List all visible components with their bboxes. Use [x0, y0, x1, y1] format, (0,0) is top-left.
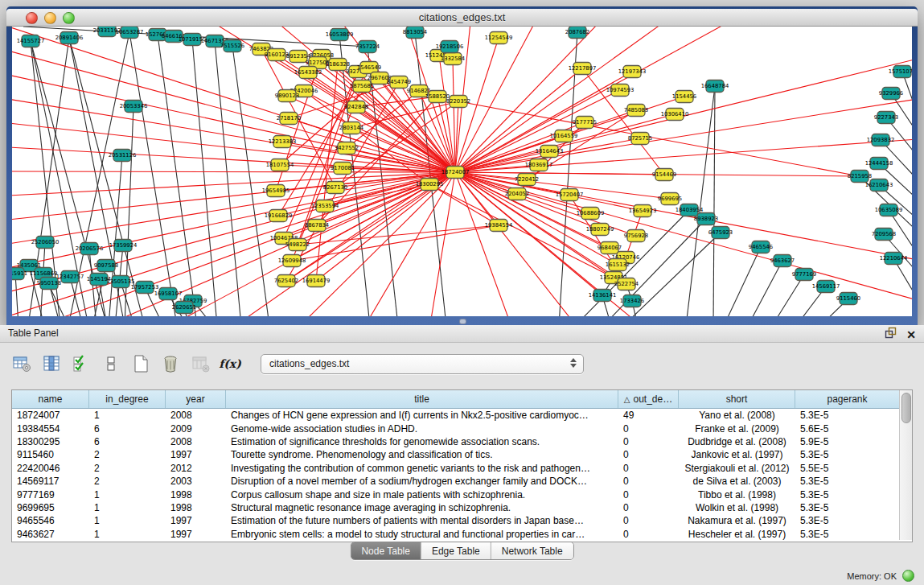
graph-node-label: 1332584 [441, 56, 465, 62]
table-cell: 9777169 [12, 489, 89, 501]
graph-edge[interactable] [724, 247, 761, 316]
float-panel-icon[interactable] [885, 327, 897, 342]
graph-node-label: 8938923 [694, 216, 718, 222]
tab-network-table[interactable]: Network Table [491, 542, 573, 559]
graph-edge[interactable] [366, 172, 455, 316]
table-row[interactable]: 2242004622012Investigating the contribut… [12, 462, 900, 475]
column-header-short[interactable]: short [679, 390, 795, 408]
graph-node-label: 2522754 [614, 281, 639, 287]
graph-edge[interactable] [12, 171, 455, 172]
table-cell: Yano et al. (2008) [679, 410, 795, 421]
window-titlebar[interactable]: citations_edges.txt [6, 9, 918, 27]
column-header-pagerank[interactable]: pagerank [795, 390, 900, 408]
panel-title: Table Panel [8, 328, 59, 339]
table-cell: Estimation of significance thresholds fo… [226, 436, 618, 447]
table-scrollbar[interactable] [899, 390, 912, 540]
table-cell: Genome-wide association studies in ADHD. [226, 423, 618, 435]
network-canvas[interactable]: 1872400718300295746382291601238912354822… [12, 27, 912, 316]
table-row[interactable]: 946554611997Estimation of the future num… [12, 514, 900, 527]
tab-edge-table[interactable]: Edge Table [421, 542, 491, 559]
function-fx-icon[interactable]: f(x) [220, 353, 240, 374]
graph-node-label: 7220412 [515, 176, 539, 183]
table-cell: 6 [89, 423, 166, 435]
graph-node-label: 9242848 [344, 104, 368, 110]
graph-edge[interactable] [748, 261, 782, 316]
resize-grip[interactable] [460, 319, 466, 323]
graph-node-label: 20206576 [76, 245, 104, 252]
table-row[interactable]: 911546021997Tourette syndrome. Phenomeno… [12, 448, 900, 461]
new-file-icon[interactable] [130, 353, 151, 374]
table-row[interactable]: 1938455462009Genome-wide association stu… [12, 422, 900, 435]
column-header-name[interactable]: name [12, 390, 89, 408]
tab-node-table[interactable]: Node Table [351, 542, 421, 559]
graph-node-label: 20053346 [120, 103, 148, 109]
graph-edge[interactable] [455, 101, 458, 172]
graph-edge[interactable] [12, 172, 455, 196]
table-cell: 0 [618, 476, 679, 487]
memory-status-icon[interactable] [902, 570, 914, 582]
table-row[interactable]: 977716911998Corpus callosum shape and si… [12, 488, 900, 501]
table-cell: 5.9E-5 [795, 436, 900, 447]
table-settings-icon[interactable] [11, 353, 32, 374]
graph-node-label: 18403954 [676, 207, 704, 213]
table-scrollbar-thumb[interactable] [901, 393, 911, 423]
table-cell: Hescheler et al. (1997) [679, 529, 795, 540]
graph-node-label: 7357224 [355, 43, 380, 50]
column-select-icon[interactable] [41, 353, 62, 374]
graph-node-label: 3427552 [335, 145, 359, 151]
table-cell: 0 [618, 449, 679, 460]
table-cell: Stergiakouli et al. (2012) [679, 463, 795, 474]
graph-edge[interactable] [429, 184, 499, 225]
network-view: 1872400718300295746382291601238912354822… [12, 27, 912, 316]
table-cell: 5.3E-5 [795, 449, 900, 460]
close-panel-icon[interactable]: ✕ [906, 328, 916, 341]
graph-edge[interactable] [458, 101, 860, 176]
graph-node-label: 15720407 [556, 192, 584, 198]
graph-edge[interactable] [455, 27, 599, 172]
graph-node-label: 9160123 [265, 51, 289, 58]
graph-edge[interactable] [12, 99, 455, 172]
graph-node-label: 9170081 [331, 165, 355, 171]
delete-trash-icon[interactable] [160, 353, 181, 374]
graph-node-label: 15751074 [889, 68, 912, 75]
graph-node-label: 9097588 [94, 262, 118, 269]
column-header-title[interactable]: title [226, 390, 618, 408]
graph-node-label: 12093832 [867, 137, 895, 143]
graph-edge[interactable] [322, 56, 455, 172]
rows-icon[interactable] [101, 353, 121, 374]
graph-node-label: 1546549 [357, 64, 381, 71]
table-cell: Dudbridge et al. (2008) [679, 436, 795, 447]
table-cell: 1998 [166, 502, 226, 513]
table-cell: 1 [89, 529, 166, 540]
graph-edge[interactable] [192, 39, 217, 316]
table-cell: 6 [89, 436, 166, 447]
graph-edge[interactable] [129, 32, 177, 316]
graph-node-label: 14569117 [812, 283, 840, 290]
table-row[interactable]: 1830029562008Estimation of significance … [12, 435, 900, 448]
graph-edge[interactable] [713, 86, 715, 316]
graph-edge[interactable] [686, 86, 715, 316]
table-row[interactable]: 946362711997Embryonic stem cells: a mode… [12, 528, 900, 541]
column-header-out_de[interactable]: △out_de… [618, 390, 679, 408]
table-row[interactable]: 1456911722003Disruption of a novel membe… [12, 475, 900, 488]
graph-node-label: 2803144 [339, 125, 363, 131]
column-header-year[interactable]: year [166, 390, 226, 408]
table-row[interactable]: 1872400712008Changes of HCN gene express… [12, 409, 900, 422]
graph-node-label: 1154456 [672, 93, 696, 100]
graph-edge[interactable] [455, 172, 511, 316]
table-cell: 1 [89, 515, 166, 526]
column-header-in_degree[interactable]: in_degree [89, 390, 166, 408]
select-all-check-icon[interactable] [71, 353, 92, 374]
graph-node-label: 8867834 [305, 222, 329, 229]
table-row[interactable]: 969969511998Structural magnetic resonanc… [12, 501, 900, 514]
graph-node-label: 3915911 [12, 270, 27, 277]
graph-node-label: 12353594 [311, 203, 339, 209]
table-cell: 5.3E-5 [795, 489, 900, 501]
graph-node-label: 12217897 [569, 65, 597, 72]
graph-edge[interactable] [109, 155, 122, 316]
table-cell: Tibbo et al. (1998) [679, 489, 795, 501]
table-cell: Jankovic et al. (1997) [679, 449, 795, 460]
table-panel: Table Panel ✕ f(x)citations_edges.txt na… [0, 325, 924, 585]
graph-node-label: 16210643 [865, 182, 893, 188]
table-selector-dropdown[interactable]: citations_edges.txt [261, 354, 584, 374]
